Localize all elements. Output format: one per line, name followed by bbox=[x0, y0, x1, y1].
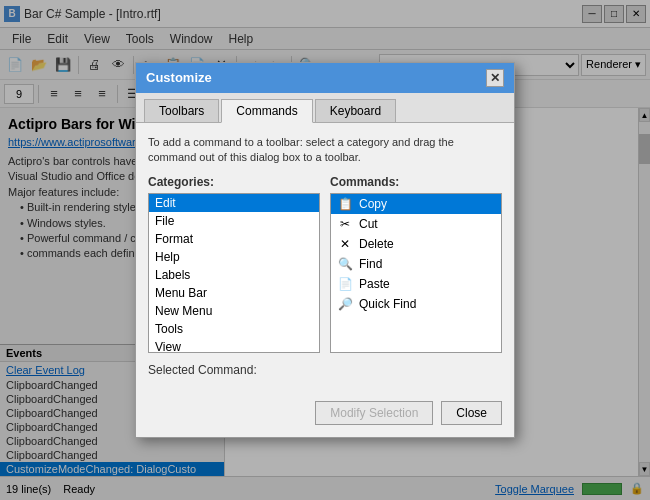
tab-toolbars[interactable]: Toolbars bbox=[144, 99, 219, 122]
customize-dialog: Customize ✕ Toolbars Commands Keyboard T… bbox=[135, 62, 515, 439]
delete-icon: ✕ bbox=[337, 236, 353, 252]
category-menubar[interactable]: Menu Bar bbox=[149, 284, 319, 302]
category-help[interactable]: Help bbox=[149, 248, 319, 266]
command-quick-find[interactable]: 🔎 Quick Find bbox=[331, 294, 501, 314]
modal-columns: Categories: Edit File Format Help Labels… bbox=[148, 175, 502, 353]
copy-icon: 📋 bbox=[337, 196, 353, 212]
close-dialog-button[interactable]: Close bbox=[441, 401, 502, 425]
modal-footer: Modify Selection Close bbox=[136, 401, 514, 437]
command-delete[interactable]: ✕ Delete bbox=[331, 234, 501, 254]
category-file[interactable]: File bbox=[149, 212, 319, 230]
tab-commands[interactable]: Commands bbox=[221, 99, 312, 123]
commands-label: Commands: bbox=[330, 175, 502, 189]
categories-list[interactable]: Edit File Format Help Labels Menu Bar Ne… bbox=[148, 193, 320, 353]
command-copy[interactable]: 📋 Copy bbox=[331, 194, 501, 214]
modal-body: To add a command to a toolbar: select a … bbox=[136, 123, 514, 402]
category-format[interactable]: Format bbox=[149, 230, 319, 248]
commands-column: Commands: 📋 Copy ✂ Cut ✕ Delete bbox=[330, 175, 502, 353]
modal-title: Customize bbox=[146, 70, 212, 85]
command-cut[interactable]: ✂ Cut bbox=[331, 214, 501, 234]
categories-column: Categories: Edit File Format Help Labels… bbox=[148, 175, 320, 353]
modal-tabs: Toolbars Commands Keyboard bbox=[136, 93, 514, 123]
command-find[interactable]: 🔍 Find bbox=[331, 254, 501, 274]
category-view[interactable]: View bbox=[149, 338, 319, 353]
modal-overlay: Customize ✕ Toolbars Commands Keyboard T… bbox=[0, 0, 650, 500]
modify-selection-button[interactable]: Modify Selection bbox=[315, 401, 433, 425]
tab-keyboard[interactable]: Keyboard bbox=[315, 99, 396, 122]
category-edit[interactable]: Edit bbox=[149, 194, 319, 212]
modal-close-button[interactable]: ✕ bbox=[486, 69, 504, 87]
command-paste[interactable]: 📄 Paste bbox=[331, 274, 501, 294]
quick-find-icon: 🔎 bbox=[337, 296, 353, 312]
selected-command-label: Selected Command: bbox=[148, 363, 257, 377]
modal-description: To add a command to a toolbar: select a … bbox=[148, 135, 502, 166]
category-newmenu[interactable]: New Menu bbox=[149, 302, 319, 320]
categories-label: Categories: bbox=[148, 175, 320, 189]
modal-titlebar: Customize ✕ bbox=[136, 63, 514, 93]
find-icon: 🔍 bbox=[337, 256, 353, 272]
commands-list[interactable]: 📋 Copy ✂ Cut ✕ Delete 🔍 bbox=[330, 193, 502, 353]
selected-command-row: Selected Command: bbox=[148, 363, 502, 377]
category-labels[interactable]: Labels bbox=[149, 266, 319, 284]
category-tools[interactable]: Tools bbox=[149, 320, 319, 338]
paste-icon: 📄 bbox=[337, 276, 353, 292]
cut-icon: ✂ bbox=[337, 216, 353, 232]
